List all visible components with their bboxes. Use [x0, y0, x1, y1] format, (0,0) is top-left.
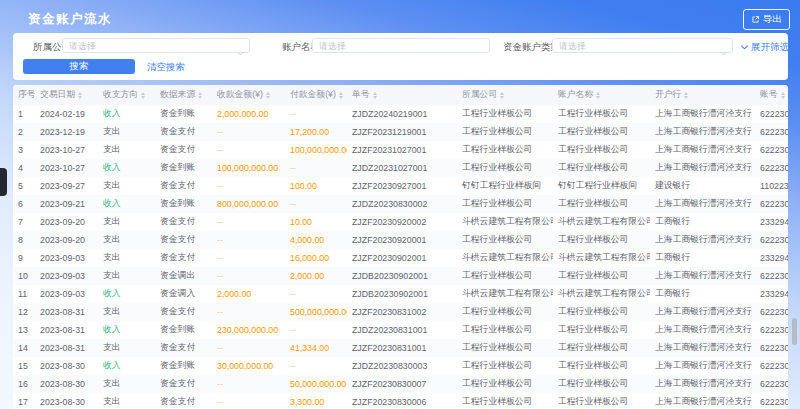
table-cell: ZJDB20230902001: [347, 285, 457, 303]
sort-icon[interactable]: [339, 92, 343, 99]
table-cell: 3: [13, 141, 35, 159]
table-cell: 622230111: [755, 123, 788, 141]
table-cell: 13: [13, 321, 35, 339]
table-cell: 工程行业样板公司: [553, 195, 650, 213]
table-cell: 23329499: [755, 285, 788, 303]
table-cell: 上海工商银行漕河泾支行: [650, 303, 755, 321]
column-label: 收款金额(¥): [217, 89, 263, 101]
column-label: 交易日期: [40, 89, 75, 101]
table-cell: 622230111: [755, 339, 788, 357]
table-row: 132023-08-31收入资金到账230,000,000.00--ZJDZ20…: [13, 321, 788, 339]
sort-icon[interactable]: [684, 92, 688, 99]
table-cell: 2023-12-19: [35, 123, 98, 141]
column-header-4[interactable]: 收款金额(¥): [212, 85, 285, 105]
table-cell: 工商银行: [650, 285, 755, 303]
company-select-input[interactable]: [69, 41, 235, 51]
table-cell: 斗栱云建筑工程有限公司: [553, 213, 650, 231]
sort-icon[interactable]: [596, 92, 600, 99]
table-cell: 622230111: [755, 195, 788, 213]
table-cell: ZJZF20230831001: [347, 339, 457, 357]
company-select[interactable]: [62, 38, 250, 53]
table-cell: ZJZF20230920002: [347, 213, 457, 231]
column-header-7[interactable]: 所属公司: [457, 85, 553, 105]
table-row: 92023-09-03支出资金支付--16,000.00ZJZF20230902…: [13, 249, 788, 267]
clear-search-link[interactable]: 清空搜索: [147, 61, 185, 74]
table-cell: --: [285, 105, 347, 123]
sort-icon[interactable]: [198, 92, 202, 99]
table-cell: 工程行业样板公司: [457, 159, 553, 177]
expand-filters-link[interactable]: 展开筛选: [740, 41, 789, 54]
table-cell: 9: [13, 249, 35, 267]
account-type-select-input[interactable]: [559, 41, 718, 51]
table-cell: 支出: [98, 177, 155, 195]
table-cell: 支出: [98, 303, 155, 321]
page-title: 资金账户流水: [28, 11, 112, 28]
sort-icon[interactable]: [141, 92, 145, 99]
sort-icon[interactable]: [266, 92, 270, 99]
column-header-10[interactable]: 账号: [755, 85, 788, 105]
table-cell: --: [285, 285, 347, 303]
table-row: 122023-08-31支出资金支付--500,000,000.00ZJZF20…: [13, 303, 788, 321]
table-cell: ZJZF20230830006: [347, 393, 457, 409]
table-cell: 622230111: [755, 393, 788, 409]
table-cell: ZJDB20230902001: [347, 267, 457, 285]
table-cell: 工程行业样板公司: [457, 303, 553, 321]
column-label: 账号: [760, 89, 778, 101]
scrollbar-thumb[interactable]: [792, 318, 797, 345]
table-cell: 上海工商银行漕河泾支行: [650, 375, 755, 393]
column-header-3[interactable]: 数据来源: [155, 85, 212, 105]
sort-icon[interactable]: [500, 92, 504, 99]
table-cell: 上海工商银行漕河泾支行: [650, 105, 755, 123]
table-cell: 斗栱云建筑工程有限公司: [457, 213, 553, 231]
column-header-6[interactable]: 单号: [347, 85, 457, 105]
column-label: 账户名称: [558, 89, 593, 101]
table-cell: --: [285, 195, 347, 213]
table-row: 162023-08-30支出资金支付--50,000,000.00ZJZF202…: [13, 375, 788, 393]
table-cell: 14: [13, 339, 35, 357]
table-cell: 工程行业样板公司: [553, 375, 650, 393]
table-cell: 110223825: [755, 177, 788, 195]
table-cell: 资金到账: [155, 195, 212, 213]
sort-icon[interactable]: [781, 92, 785, 99]
table-cell: 17: [13, 393, 35, 409]
table-cell: --: [212, 339, 285, 357]
column-header-5[interactable]: 付款金额(¥): [285, 85, 347, 105]
account-type-select[interactable]: [552, 38, 733, 53]
table-cell: --: [212, 123, 285, 141]
table-cell: 2023-09-20: [35, 213, 98, 231]
table-cell: 资金调出: [155, 267, 212, 285]
table-cell: 资金到账: [155, 159, 212, 177]
table-cell: 3,300.00: [285, 393, 347, 409]
column-header-1[interactable]: 交易日期: [35, 85, 98, 105]
account-name-input-wrap[interactable]: [312, 38, 490, 53]
column-header-2[interactable]: 收支方向: [98, 85, 155, 105]
account-name-input[interactable]: [319, 41, 483, 51]
export-button[interactable]: 导出: [743, 9, 790, 30]
table-cell: 工程行业样板公司: [457, 339, 553, 357]
sort-icon[interactable]: [373, 92, 377, 99]
table-cell: ZJDZ20230831001: [347, 321, 457, 339]
table-cell: ZJZF20231027001: [347, 141, 457, 159]
table-cell: 622230111: [755, 357, 788, 375]
table-cell: 2023-10-27: [35, 141, 98, 159]
table-cell: 上海工商银行漕河泾支行: [650, 321, 755, 339]
table-cell: 上海工商银行漕河泾支行: [650, 231, 755, 249]
column-header-8[interactable]: 账户名称: [553, 85, 650, 105]
search-button[interactable]: 搜索: [23, 59, 135, 74]
table-cell: ZJDZ20231027001: [347, 159, 457, 177]
table-cell: 10: [13, 267, 35, 285]
table-cell: 800,000,000.00: [212, 195, 285, 213]
table-cell: 资金支付: [155, 303, 212, 321]
column-header-9[interactable]: 开户行: [650, 85, 755, 105]
table-cell: 工程行业样板公司: [553, 357, 650, 375]
sort-icon[interactable]: [78, 92, 82, 99]
drawer-handle[interactable]: [0, 168, 7, 196]
table-cell: 5: [13, 177, 35, 195]
table-cell: 资金支付: [155, 177, 212, 195]
table-cell: 622230111: [755, 267, 788, 285]
table-cell: --: [212, 303, 285, 321]
table-cell: 622230111: [755, 375, 788, 393]
table-cell: --: [285, 321, 347, 339]
table-cell: 2023-10-27: [35, 159, 98, 177]
table-header-row: 序号交易日期收支方向数据来源收款金额(¥)付款金额(¥)单号所属公司账户名称开户…: [13, 85, 788, 105]
